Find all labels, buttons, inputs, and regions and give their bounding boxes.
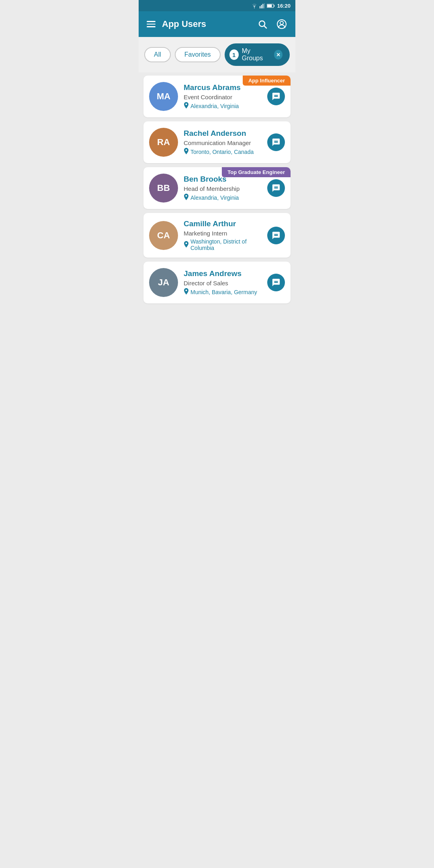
chat-button[interactable] — [267, 179, 285, 197]
svg-point-0 — [254, 7, 255, 8]
my-groups-badge: 1 — [229, 49, 239, 60]
user-location: Alexandria, Virginia — [184, 102, 260, 110]
user-info: Rachel Anderson Communication Manager To… — [184, 129, 260, 156]
svg-rect-2 — [261, 5, 262, 8]
user-badge: App Influencer — [243, 76, 291, 86]
user-avatar: RA — [149, 128, 178, 157]
user-info: Ben Brooks Head of Membership Alexandria… — [184, 175, 260, 201]
chat-icon — [272, 138, 280, 147]
chat-icon — [272, 92, 280, 101]
chat-icon — [272, 184, 280, 192]
location-pin-icon — [184, 241, 189, 249]
user-info: Camille Arthur Marketing Intern Washingt… — [184, 219, 260, 251]
location-pin-icon — [184, 102, 189, 110]
user-list: App Influencer MA Marcus Abrams Event Co… — [139, 72, 295, 307]
signal-icon — [260, 3, 265, 8]
svg-rect-7 — [267, 4, 272, 7]
profile-button[interactable] — [274, 17, 289, 31]
user-avatar: JA — [149, 268, 178, 297]
user-avatar: BB — [149, 174, 178, 203]
user-role: Director of Sales — [184, 280, 260, 287]
svg-line-9 — [264, 26, 267, 29]
status-time: 16:20 — [277, 3, 291, 9]
chat-button[interactable] — [267, 227, 285, 244]
chat-button[interactable] — [267, 274, 285, 291]
filter-my-groups[interactable]: 1 My Groups ✕ — [225, 43, 290, 66]
user-location: Toronto, Ontario, Canada — [184, 148, 260, 156]
filter-favorites[interactable]: Favorites — [175, 47, 221, 62]
status-icons — [251, 3, 275, 8]
svg-rect-6 — [274, 5, 274, 6]
chat-button[interactable] — [267, 88, 285, 105]
user-avatar: CA — [149, 221, 178, 250]
user-card-ben-brooks[interactable]: Top Graduate Engineer BB Ben Brooks Head… — [143, 167, 291, 209]
user-card-camille-arthur[interactable]: CA Camille Arthur Marketing Intern Washi… — [143, 213, 291, 258]
wifi-icon — [251, 3, 258, 8]
user-name: Camille Arthur — [184, 219, 260, 228]
filter-bar: All Favorites 1 My Groups ✕ — [139, 37, 295, 72]
svg-rect-3 — [262, 4, 263, 8]
my-groups-close[interactable]: ✕ — [274, 50, 283, 59]
svg-rect-4 — [264, 3, 265, 8]
svg-rect-1 — [260, 6, 260, 8]
chat-button[interactable] — [267, 133, 285, 151]
battery-icon — [267, 4, 275, 8]
user-card-rachel-anderson[interactable]: RA Rachel Anderson Communication Manager… — [143, 121, 291, 163]
user-info: James Andrews Director of Sales Munich, … — [184, 269, 260, 296]
user-location: Washington, District of Columbia — [184, 238, 260, 251]
user-role: Head of Membership — [184, 185, 260, 192]
user-card-marcus-abrams[interactable]: App Influencer MA Marcus Abrams Event Co… — [143, 76, 291, 117]
location-pin-icon — [184, 194, 189, 201]
user-role: Marketing Intern — [184, 230, 260, 237]
user-location: Alexandria, Virginia — [184, 194, 260, 201]
filter-all[interactable]: All — [144, 47, 171, 62]
user-role: Communication Manager — [184, 139, 260, 146]
user-info: Marcus Abrams Event Coordinator Alexandr… — [184, 83, 260, 110]
user-card-james-andrews[interactable]: JA James Andrews Director of Sales Munic… — [143, 262, 291, 303]
chat-icon — [272, 278, 280, 287]
app-header: App Users — [139, 11, 295, 37]
user-name: Rachel Anderson — [184, 129, 260, 138]
search-button[interactable] — [255, 17, 270, 31]
menu-button[interactable] — [145, 19, 157, 29]
user-avatar: MA — [149, 82, 178, 111]
svg-point-11 — [280, 21, 283, 25]
user-badge: Top Graduate Engineer — [222, 167, 291, 177]
user-name: James Andrews — [184, 269, 260, 278]
page-title: App Users — [162, 19, 250, 29]
status-bar: 16:20 — [139, 0, 295, 11]
chat-icon — [272, 231, 280, 240]
location-pin-icon — [184, 148, 189, 156]
user-location: Munich, Bavaria, Germany — [184, 288, 260, 296]
user-role: Event Coordinator — [184, 94, 260, 100]
location-pin-icon — [184, 288, 189, 296]
my-groups-label: My Groups — [242, 47, 270, 62]
